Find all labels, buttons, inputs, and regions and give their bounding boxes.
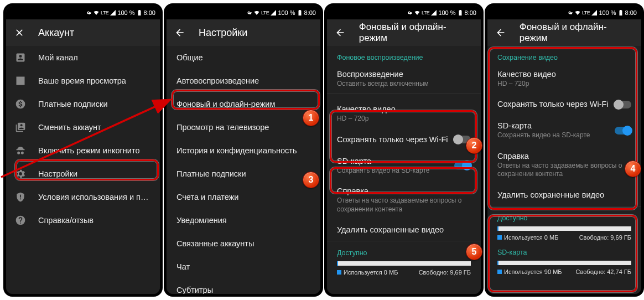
setting-help[interactable]: СправкаОтветы на часто задаваемые вопрос… [487,146,641,184]
lte-label: LTE [101,10,108,15]
phone-account: LTE 100 % 8:00 Аккаунт Мой канал Ваше вр… [6,6,160,294]
bar-chart-icon [15,75,26,86]
settings-tv[interactable]: Просмотр на телевизоре [167,116,320,139]
help-icon [15,215,26,226]
badge-4: 4 [625,161,641,177]
battery-icon [297,9,303,16]
phone-offline: LTE 100 % 8:00 Фоновый и офлайн-режим Фо… [327,6,481,294]
section-sd-storage: SD-карта [487,241,641,258]
battery-pct: 100 % [117,9,134,16]
settings-autoplay[interactable]: Автовоспроизведение [167,69,320,92]
badge-3: 3 [303,172,319,188]
wifi-icon [253,9,260,16]
gear-icon [15,168,26,179]
setting-quality[interactable]: Качество видеоHD – 720p [487,64,641,94]
badge-2: 2 [466,137,482,154]
phone-offline-scrolled: LTE 100 % 8:00 Фоновый и офлайн-режим Со… [487,6,641,294]
menu-watch-time[interactable]: Ваше время просмотра [6,69,160,92]
privacy-icon [15,192,26,203]
setting-playback[interactable]: ВоспроизведениеОставить всегда включенны… [327,64,481,94]
status-bar: LTE 100 % 8:00 [167,6,320,19]
wifi-toggle[interactable] [615,101,631,108]
settings-paid[interactable]: Платные подписки [167,162,320,185]
section-save-video: Сохранение видео [487,46,641,64]
section-available: Доступно [487,206,641,224]
settings-linked[interactable]: Связанные аккаунты [167,232,320,255]
settings-general[interactable]: Общие [167,46,320,69]
wifi-icon [93,9,100,16]
battery-icon [136,9,143,16]
app-bar: Настройки [167,19,320,46]
sd-toggle[interactable] [615,127,631,135]
app-bar: Фоновый и офлайн-режим [327,19,481,46]
app-bar: Аккаунт [6,19,160,46]
settings-notifications[interactable]: Уведомления [167,209,320,232]
setting-wifi-only[interactable]: Сохранять только через Wi-Fi [487,94,641,115]
back-icon[interactable] [335,27,346,38]
settings-chat[interactable]: Чат [167,255,320,278]
settings-history[interactable]: История и конфиденциальность [167,139,320,162]
wifi-icon [574,9,581,16]
menu-settings[interactable]: Настройки [6,162,160,185]
menu-incognito[interactable]: Включить режим инкогнито [6,139,160,162]
status-bar: LTE 100 % 8:00 [6,6,160,19]
status-bar: LTE 100 % 8:00 [487,6,641,19]
close-icon[interactable] [14,27,25,38]
phone-settings: LTE 100 % 8:00 Настройки Общие Автовоспр… [167,6,320,294]
settings-captions[interactable]: Субтитры [167,278,320,294]
menu-my-channel[interactable]: Мой канал [6,46,160,69]
setting-delete-saved[interactable]: Удалить сохраненные видео [327,219,481,241]
settings-billing[interactable]: Счета и платежи [167,185,320,209]
page-title: Аккаунт [38,27,74,39]
setting-sd-card[interactable]: SD-картаСохранять видео на SD-карте [487,115,641,145]
app-bar: Фоновый и офлайн-режим [487,19,641,46]
setting-sd-card[interactable]: SD-картаСохранять видео на SD-карте [327,151,481,180]
menu-terms[interactable]: Условия использования и полит… [6,185,160,209]
back-icon[interactable] [174,27,185,38]
battery-icon [617,9,624,16]
sd-toggle[interactable] [454,162,471,169]
wifi-icon [414,9,420,16]
setting-help[interactable]: СправкаОтветы на часто задаваемые вопрос… [327,180,481,219]
vpn-key-icon [85,9,92,16]
storage-sd: Используется 90 МБ Свободно: 42,74 ГБ [487,261,641,275]
status-bar: LTE 100 % 8:00 [327,6,481,19]
signal-icon [591,9,598,16]
page-title: Настройки [199,27,247,39]
clock: 8:00 [144,9,155,16]
account-box-icon [15,52,26,63]
battery-icon [457,9,464,16]
vpn-key-icon [567,9,573,16]
paid-icon [15,99,26,110]
setting-delete-saved[interactable]: Удалить сохраненные видео [487,184,641,206]
section-bg-playback: Фоновое воспроизведение [327,46,481,64]
page-title: Фоновый и офлайн-режим [359,22,473,44]
vpn-key-icon [246,9,252,16]
badge-5: 5 [466,244,482,260]
storage-internal: Используется 0 МБ Свободно: 9,69 ГБ [487,226,641,241]
badge-1: 1 [303,110,319,126]
menu-help[interactable]: Справка/отзыв [6,209,160,232]
incognito-icon [15,145,26,156]
menu-paid-subs[interactable]: Платные подписки [6,92,160,116]
signal-icon [430,9,437,16]
signal-icon [270,9,277,16]
storage-internal: Используется 0 МБ Свободно: 9,69 ГБ [327,261,481,276]
settings-background-offline[interactable]: Фоновый и офлайн-режим [167,92,320,116]
setting-quality[interactable]: Качество видеоHD – 720p [327,94,481,128]
switch-account-icon [15,122,26,133]
section-available: Доступно [327,241,481,259]
menu-switch-account[interactable]: Сменить аккаунт [6,116,160,139]
back-icon[interactable] [495,27,506,38]
signal-icon [110,9,116,16]
page-title: Фоновый и офлайн-режим [520,22,633,44]
vpn-key-icon [406,9,413,16]
setting-wifi-only[interactable]: Сохранять только через Wi-Fi [327,129,481,151]
